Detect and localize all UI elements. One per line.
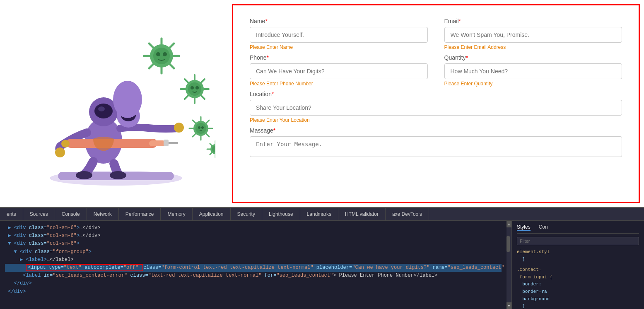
svg-point-31 (188, 82, 201, 96)
name-error: Please Enter Name (250, 44, 428, 50)
location-input[interactable] (250, 100, 622, 116)
phone-label: Phone* (250, 54, 428, 61)
form-container: Name* Please Enter Name Email* Please En… (232, 4, 640, 203)
styles-tab-styles[interactable]: Styles (517, 224, 531, 231)
svg-line-45 (206, 120, 209, 123)
phone-error: Please Enter Phone Number (250, 81, 428, 87)
svg-point-41 (195, 86, 199, 89)
scrollbar-down-button[interactable]: ▼ (507, 302, 511, 309)
dom-line-3: ▼ <div class="col-sm-6"> (5, 240, 502, 248)
tab-html-validator[interactable]: HTML validator (338, 208, 386, 220)
dom-line-8: </div> (5, 280, 502, 287)
dom-line-2: ▶ <div class="col-sm-6">…</div> (5, 232, 502, 240)
svg-point-40 (191, 86, 194, 89)
name-label: Name* (250, 18, 428, 24)
tab-console[interactable]: Console (55, 208, 87, 220)
scrollbar-up-button[interactable]: ▲ (507, 221, 511, 227)
form-row-location: Location* Please Enter Your Location (250, 91, 622, 123)
quantity-input[interactable] (444, 63, 622, 79)
svg-point-8 (76, 171, 92, 179)
svg-rect-14 (149, 140, 166, 146)
svg-rect-16 (164, 140, 169, 146)
svg-line-49 (193, 134, 195, 137)
form-group-phone: Phone* Please Enter Phone Number (250, 54, 428, 87)
svg-point-5 (98, 106, 105, 111)
svg-point-28 (156, 52, 160, 56)
svg-point-29 (163, 52, 167, 56)
form-row-2: Phone* Please Enter Phone Number Quantit… (250, 54, 622, 87)
tab-axe-devtools[interactable]: axe DevTools (386, 208, 429, 220)
devtools-content: ▶ <div class="col-sm-6">…</div> ▶ <div c… (0, 221, 644, 309)
svg-line-33 (201, 79, 205, 82)
scrollbar-thumb[interactable] (507, 236, 510, 252)
tab-performance[interactable]: Performance (119, 208, 161, 220)
form-group-location: Location* Please Enter Your Location (250, 91, 622, 123)
dom-line-7: <label id="seo_leads_contact-error" clas… (5, 272, 502, 280)
scrollbar-track (507, 227, 511, 302)
svg-line-37 (185, 96, 188, 99)
svg-line-39 (185, 79, 188, 82)
svg-line-47 (206, 134, 209, 137)
element-style-block: element.styl } (517, 249, 639, 263)
devtools-scrollbar[interactable]: ▲ ▼ (507, 221, 511, 309)
location-label: Location* (250, 91, 622, 97)
svg-line-63 (210, 144, 212, 146)
svg-point-9 (110, 171, 126, 179)
tab-elements[interactable]: ents (0, 208, 23, 220)
svg-line-35 (201, 96, 205, 99)
phone-input[interactable] (250, 63, 428, 79)
email-label: Email* (444, 18, 622, 24)
svg-point-12 (113, 81, 142, 118)
form-group-name: Name* Please Enter Name (250, 18, 428, 50)
main-content: Name* Please Enter Name Email* Please En… (0, 0, 644, 207)
devtools-panel: ents Sources Console Network Performance… (0, 207, 644, 309)
svg-line-27 (149, 43, 153, 48)
form-group-quantity: Quantity* Please Enter Quantity (444, 54, 622, 87)
illustration-svg (17, 17, 215, 191)
tab-application[interactable]: Application (193, 208, 231, 220)
contact-form-rule: .contact- form input { border: border-ra… (517, 266, 639, 309)
dom-line-4: ▼ <div class="form-group"> (5, 248, 502, 256)
quantity-label: Quantity* (444, 54, 622, 61)
devtools-styles-panel: Styles Con element.styl } .contact- form… (511, 221, 644, 309)
tab-landmarks[interactable]: Landmarks (300, 208, 338, 220)
name-input[interactable] (250, 27, 428, 43)
form-group-message: Massage* (250, 127, 622, 157)
form-row-1: Name* Please Enter Name Email* Please En… (250, 18, 622, 50)
svg-point-43 (195, 123, 206, 134)
form-row-message: Massage* (250, 127, 622, 157)
svg-line-23 (170, 64, 174, 68)
svg-point-53 (201, 126, 204, 129)
svg-point-6 (55, 147, 65, 157)
email-input[interactable] (444, 27, 622, 43)
devtools-tabs: ents Sources Console Network Performance… (0, 208, 644, 221)
svg-line-51 (193, 120, 195, 123)
tab-lighthouse[interactable]: Lighthouse (262, 208, 300, 220)
svg-line-25 (149, 64, 153, 68)
message-label: Massage* (250, 127, 622, 134)
svg-point-7 (174, 123, 184, 133)
svg-line-21 (170, 43, 174, 48)
tab-sources[interactable]: Sources (23, 208, 55, 220)
devtools-dom: ▶ <div class="col-sm-6">…</div> ▶ <div c… (0, 221, 507, 309)
svg-line-61 (210, 152, 212, 154)
svg-point-19 (153, 48, 170, 64)
styles-tab-con[interactable]: Con (539, 224, 548, 231)
dom-line-6-selected[interactable]: <input type="text" autocomplete="off" cl… (5, 264, 502, 272)
email-error: Please Enter Email Address (444, 44, 622, 50)
svg-point-52 (198, 126, 200, 129)
styles-header: Styles Con (517, 224, 639, 234)
dom-line-5: ▶ <label>…</label> (5, 256, 502, 264)
svg-point-4 (94, 104, 113, 118)
tab-network[interactable]: Network (87, 208, 119, 220)
illustration-area (0, 0, 232, 207)
styles-filter-input[interactable] (517, 237, 639, 245)
svg-rect-15 (61, 140, 70, 147)
message-textarea[interactable] (250, 136, 622, 157)
form-group-email: Email* Please Enter Email Address (444, 18, 622, 50)
tab-security[interactable]: Security (231, 208, 262, 220)
quantity-error: Please Enter Quantity (444, 81, 622, 87)
dom-line-1: ▶ <div class="col-sm-6">…</div> (5, 224, 502, 232)
tab-memory[interactable]: Memory (161, 208, 192, 220)
dom-line-9: </div> (5, 288, 502, 296)
